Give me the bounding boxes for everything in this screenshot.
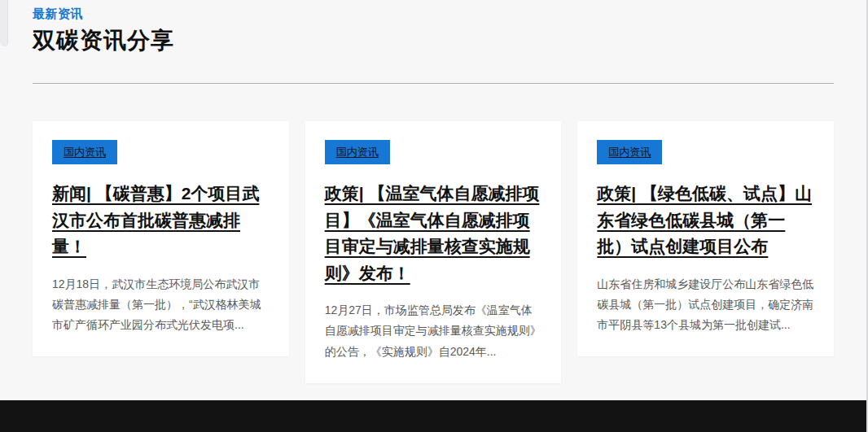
news-section-page: 最新资讯 双碳资讯分享 国内资讯 新闻| 【碳普惠】2个项目武汉市公布首批碳普惠… [0,0,868,432]
section-eyebrow: 最新资讯 [33,7,834,22]
news-card[interactable]: 国内资讯 新闻| 【碳普惠】2个项目武汉市公布首批碳普惠减排量！ 12月18日，… [33,121,289,356]
article-title-link[interactable]: 政策| 【温室气体自愿减排项目】《温室气体自愿减排项目审定与减排量核查实施规则》… [325,181,542,286]
category-badge[interactable]: 国内资讯 [597,140,662,164]
article-title-link[interactable]: 新闻| 【碳普惠】2个项目武汉市公布首批碳普惠减排量！ [52,181,270,260]
news-card[interactable]: 国内资讯 政策| 【绿色低碳、试点】山东省绿色低碳县城（第一批）试点创建项目公布… [577,121,834,356]
article-title-link[interactable]: 政策| 【绿色低碳、试点】山东省绿色低碳县城（第一批）试点创建项目公布 [597,181,814,260]
page-title: 双碳资讯分享 [33,25,834,56]
article-summary: 12月18日，武汉市生态环境局公布武汉市碳普惠减排量（第一批），“武汉格林美城市… [52,274,270,336]
footer-bar [0,400,866,432]
article-summary: 12月27日，市场监管总局发布《温室气体自愿减排项目审定与减排量核查实施规则》的… [325,300,542,362]
news-card-list: 国内资讯 新闻| 【碳普惠】2个项目武汉市公布首批碳普惠减排量！ 12月18日，… [33,121,834,383]
divider [33,83,834,84]
article-summary: 山东省住房和城乡建设厅公布山东省绿色低碳县城（第一批）试点创建项目，确定济南市平… [597,274,814,336]
scroll-indicator [0,0,8,46]
category-badge[interactable]: 国内资讯 [325,140,390,164]
category-badge[interactable]: 国内资讯 [52,140,117,164]
content-area: 最新资讯 双碳资讯分享 国内资讯 新闻| 【碳普惠】2个项目武汉市公布首批碳普惠… [0,0,866,383]
news-card[interactable]: 国内资讯 政策| 【温室气体自愿减排项目】《温室气体自愿减排项目审定与减排量核查… [305,121,562,383]
